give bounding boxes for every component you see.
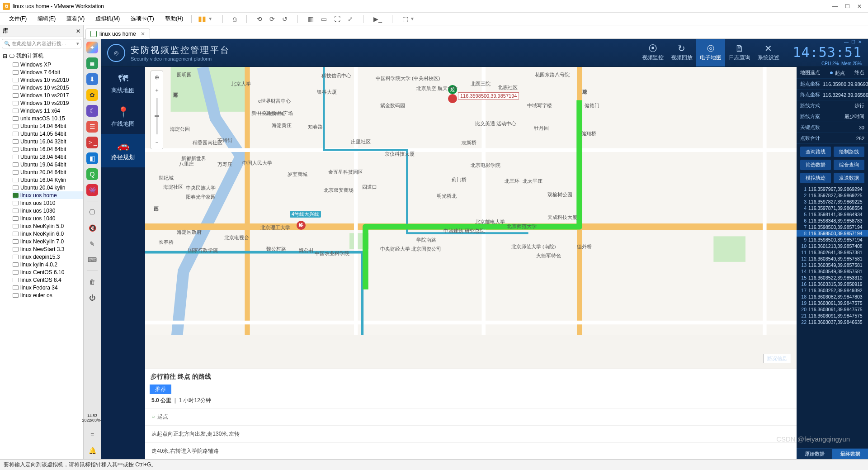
view-icon[interactable]: ⤢ <box>348 15 353 23</box>
coord-row[interactable]: 5116.3598141,39.9864934 <box>797 211 868 218</box>
vm-tree-item[interactable]: Ubuntu 19.04 64bit <box>13 161 83 168</box>
start-radio[interactable]: ● 起点 <box>830 69 845 76</box>
menu-vm[interactable]: 虚拟机(M) <box>90 13 125 24</box>
vm-tree-item[interactable]: linux kylin 4.0.2 <box>13 261 83 268</box>
vm-tree-item[interactable]: Ubuntu 14.04 64bit <box>13 122 83 130</box>
dock-clock[interactable]: 14:53 2022/03/04 <box>82 412 102 425</box>
vm-tree-item[interactable]: unix macOS 10.15 <box>13 114 83 122</box>
view-icon[interactable]: ▥ <box>308 15 314 23</box>
action-button[interactable]: 筛选数据 <box>800 160 831 170</box>
menu-view[interactable]: 查看(V) <box>61 13 90 24</box>
coord-row[interactable]: 7116.3598500,39.9857194 <box>797 224 868 230</box>
nav-item[interactable]: 🗎日志查询 <box>725 39 754 66</box>
coord-row[interactable]: 13116.3603549,39.9857581 <box>797 262 868 268</box>
dropdown-icon[interactable]: ▼ <box>208 16 212 21</box>
tool-icon[interactable]: ⟲ <box>257 15 262 23</box>
snapshot-icon[interactable]: ⎙ <box>233 15 236 23</box>
zoom-in-button[interactable]: ＋ <box>154 84 160 96</box>
pause-icon[interactable]: ▮▮ <box>198 14 206 23</box>
coord-row[interactable]: 22116.3603037,39.9846635 <box>797 319 868 325</box>
dock-app[interactable]: 👾 <box>86 184 98 196</box>
action-button[interactable]: 查询路线 <box>800 147 831 157</box>
view-icon[interactable]: ▭ <box>321 15 327 23</box>
vm-tree-item[interactable]: Windows 11 x64 <box>13 107 83 114</box>
zoom-out-button[interactable]: － <box>154 136 160 149</box>
dock-app[interactable]: ☰ <box>86 121 98 133</box>
traffic-info-button[interactable]: 路况信息 <box>763 354 791 363</box>
vm-tree-item[interactable]: Windows 10 vs2019 <box>13 99 83 107</box>
map-mode-item[interactable]: 🚗路径规划 <box>101 134 145 167</box>
vm-tree-item[interactable]: Ubuntu 18.04 64bit <box>13 153 83 161</box>
vm-tree-item[interactable]: Windows 7 64bit <box>13 68 83 76</box>
coord-row[interactable]: 10116.3601213,39.9857408 <box>797 243 868 249</box>
collapse-icon[interactable]: ⊟ <box>3 53 7 59</box>
chevron-down-icon[interactable]: ▾ <box>76 41 79 47</box>
vm-tree-item[interactable]: linux CentOS 8.4 <box>13 276 83 284</box>
menu-help[interactable]: 帮助(H) <box>160 13 189 24</box>
action-button[interactable]: 绘制路线 <box>834 147 864 157</box>
coord-row[interactable]: 15116.3603522,39.9853310 <box>797 275 868 281</box>
coord-row[interactable]: 3116.3597827,39.9869225 <box>797 199 868 205</box>
vm-tree-item[interactable]: Ubuntu 14.05 64bit <box>13 130 83 138</box>
dock-app[interactable]: Q <box>86 168 98 180</box>
end-pin-icon[interactable]: 终 <box>297 221 306 230</box>
coord-row[interactable]: 19116.3603091,39.9847575 <box>797 300 868 306</box>
vm-tree-item[interactable]: Ubuntu 20.04 64bit <box>13 168 83 176</box>
coord-row[interactable]: 6116.3598348,39.9858783 <box>797 218 868 224</box>
vm-tree-item[interactable]: Ubuntu 16.04 64bit <box>13 145 83 153</box>
vm-tree-item[interactable]: Windows 10 vs2017 <box>13 91 83 99</box>
library-search[interactable]: 🔍 在此处键入内容进行搜… ▾ <box>2 39 81 48</box>
dock-terminal[interactable]: ＞_ <box>86 137 98 148</box>
map-zoom-control[interactable]: ⊕ ＋ － <box>151 71 163 149</box>
nav-item[interactable]: ⦿视频监控 <box>638 39 667 66</box>
map-mode-item[interactable]: 🗺离线地图 <box>101 67 145 100</box>
tool-icon[interactable]: ⬚ <box>402 15 408 23</box>
menu-edit[interactable]: 编辑(E) <box>32 13 61 24</box>
vm-tree-item[interactable]: linux uos 1040 <box>13 214 83 222</box>
nav-item[interactable]: ↻视频回放 <box>667 39 696 66</box>
menu-file[interactable]: 文件(F) <box>4 13 32 24</box>
tool-icon[interactable]: ↺ <box>282 15 288 23</box>
end-radio[interactable]: 终点 <box>854 69 864 76</box>
zoom-slider[interactable] <box>156 98 158 134</box>
action-button[interactable]: 综合查询 <box>834 160 864 170</box>
mini-maximize[interactable]: ☐ <box>851 39 855 44</box>
vm-tree-item[interactable]: linux Fedora 34 <box>13 284 83 291</box>
mini-close[interactable]: ✕ <box>858 39 862 44</box>
map-mode-item[interactable]: 📍在线地图 <box>101 100 145 134</box>
vm-tab[interactable]: linux uos home ✕ <box>85 28 150 39</box>
dock-power-icon[interactable]: ⏻ <box>86 292 98 304</box>
coord-row[interactable]: 1116.3597997,39.9869294 <box>797 186 868 192</box>
nav-item[interactable]: ✕系统设置 <box>754 39 783 66</box>
close-icon[interactable]: ✕ <box>76 28 80 34</box>
vm-tree-item[interactable]: linux uos 1030 <box>13 207 83 214</box>
dock-menu-icon[interactable]: ≡ <box>86 429 98 441</box>
vm-tree-item[interactable]: Windows 10 vs2010 <box>13 76 83 84</box>
vm-tree-item[interactable]: linux NewStart 3.3 <box>13 245 83 253</box>
tree-root[interactable]: ⊟ 🖵 我的计算机 <box>0 51 83 61</box>
compass-icon[interactable]: ⊕ <box>155 71 159 84</box>
vm-tree-item[interactable]: Ubuntu 16.04 32bit <box>13 138 83 145</box>
vm-tree-item[interactable]: Ubuntu 16.04 Kylin <box>13 176 83 184</box>
raw-data-tab[interactable]: 原始数据 <box>797 449 832 459</box>
dock-files[interactable]: ≣ <box>86 57 98 69</box>
coord-row[interactable]: 20116.3603091,39.9847575 <box>797 306 868 313</box>
dock-bell-icon[interactable]: 🔔 <box>86 445 98 456</box>
tool-icon[interactable]: ⟳ <box>269 15 275 23</box>
maximize-button[interactable]: ☐ <box>845 3 850 9</box>
dock-desktop-icon[interactable]: 🖵 <box>86 206 98 218</box>
vm-tree-item[interactable]: linux NeoKylin 6.0 <box>13 230 83 237</box>
vm-tree-item[interactable]: Ubuntu 20.04 kylin <box>13 184 83 191</box>
recommended-badge[interactable]: 推荐 <box>150 385 171 394</box>
coord-row[interactable]: 17116.3603252,39.9849392 <box>797 287 868 294</box>
dock-store[interactable]: ⬇ <box>86 73 98 85</box>
vm-tree-item[interactable]: linux CentOS 6.10 <box>13 268 83 276</box>
dropdown-icon[interactable]: ▼ <box>410 16 415 21</box>
coord-row[interactable]: 8116.3598500,39.9857194 <box>797 230 868 237</box>
coord-row[interactable]: 21116.3603091,39.9847575 <box>797 313 868 319</box>
coord-list[interactable]: 1116.3597997,39.98692942116.3597827,39.9… <box>797 186 868 448</box>
nav-item[interactable]: ⦾电子地图 <box>696 39 725 66</box>
close-icon[interactable]: ✕ <box>141 31 145 37</box>
vm-tree-item[interactable]: linux uos home <box>13 191 83 199</box>
console-icon[interactable]: ▶_ <box>373 15 382 23</box>
